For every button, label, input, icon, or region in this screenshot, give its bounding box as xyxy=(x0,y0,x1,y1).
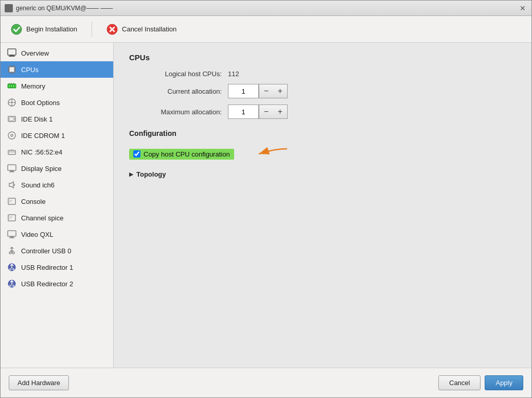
svg-rect-43 xyxy=(13,151,14,152)
sidebar-item-label-memory: Memory xyxy=(21,82,45,90)
toolbar-separator xyxy=(92,22,92,37)
svg-point-39 xyxy=(11,134,13,136)
svg-rect-52 xyxy=(8,215,15,221)
cancel-installation-button[interactable]: Cancel Installation xyxy=(102,22,181,37)
display-spice-icon xyxy=(7,163,17,174)
sidebar-item-controller-usb-0[interactable]: Controller USB 0 xyxy=(1,243,113,259)
current-allocation-input[interactable] xyxy=(228,84,259,98)
current-allocation-decrement[interactable]: − xyxy=(259,84,273,98)
svg-rect-41 xyxy=(9,151,10,152)
sidebar-item-ide-disk-1[interactable]: IDE Disk 1 xyxy=(1,111,113,127)
svg-rect-46 xyxy=(10,170,13,171)
svg-rect-4 xyxy=(8,49,16,55)
bottom-bar: Add Hardware Cancel Apply xyxy=(1,368,531,397)
annotation-arrow xyxy=(243,144,290,164)
copy-host-cpu-highlight: Copy host CPU configuration xyxy=(129,149,234,160)
svg-rect-49 xyxy=(8,198,15,204)
svg-rect-55 xyxy=(8,231,16,236)
main-window: generic on QEMU/KVM@—— —— ✕ Begin Instal… xyxy=(0,0,532,398)
current-allocation-row: Current allocation: − + xyxy=(129,84,516,98)
cancel-installation-icon xyxy=(107,24,118,35)
cancel-installation-label: Cancel Installation xyxy=(122,25,176,33)
bottom-right-buttons: Cancel Apply xyxy=(438,375,523,390)
cpus-icon xyxy=(7,64,17,75)
ide-cdrom-icon xyxy=(7,130,17,141)
svg-point-30 xyxy=(11,101,13,103)
copy-host-cpu-row: Copy host CPU configuration xyxy=(129,144,516,164)
sidebar-item-console[interactable]: Console xyxy=(1,193,113,210)
svg-rect-57 xyxy=(9,237,14,238)
close-button[interactable]: ✕ xyxy=(518,4,527,13)
sidebar-item-label-usb-redirector-2: USB Redirector 2 xyxy=(21,280,73,288)
configuration-section: Configuration Copy host CPU configuratio… xyxy=(129,129,516,178)
sidebar-item-channel-spice[interactable]: Channel spice xyxy=(1,210,113,226)
svg-point-37 xyxy=(13,118,15,120)
titlebar-left: generic on QEMU/KVM@—— —— xyxy=(5,4,113,12)
sidebar-item-label-console: Console xyxy=(21,198,46,205)
sidebar-item-usb-redirector-2[interactable]: USB Redirector 2 xyxy=(1,275,113,292)
svg-marker-48 xyxy=(9,182,13,188)
memory-icon xyxy=(7,81,17,91)
svg-point-0 xyxy=(11,24,22,34)
svg-rect-56 xyxy=(10,236,13,237)
content-section-title: CPUs xyxy=(129,53,516,62)
video-qxl-icon xyxy=(7,229,17,239)
logical-host-cpus-row: Logical host CPUs: 112 xyxy=(129,70,516,78)
sidebar-item-overview[interactable]: Overview xyxy=(1,45,113,61)
titlebar: generic on QEMU/KVM@—— —— ✕ xyxy=(1,1,531,16)
add-hardware-button[interactable]: Add Hardware xyxy=(9,375,69,390)
sidebar-item-label-channel-spice: Channel spice xyxy=(21,214,63,222)
sidebar-item-video-qxl[interactable]: Video QXL xyxy=(1,226,113,243)
overview-icon xyxy=(7,48,17,58)
sidebar-item-display-spice[interactable]: Display Spice xyxy=(1,160,113,177)
sidebar-item-label-cpus: CPUs xyxy=(21,66,39,74)
cancel-button[interactable]: Cancel xyxy=(438,375,481,390)
sidebar: Overview xyxy=(1,43,114,368)
channel-spice-icon xyxy=(7,213,17,223)
sidebar-item-label-ide-disk-1: IDE Disk 1 xyxy=(21,115,52,123)
sidebar-item-label-nic: NIC :56:52:e4 xyxy=(21,148,62,156)
topology-row[interactable]: ▶ Topology xyxy=(129,170,516,178)
ide-disk-icon xyxy=(7,114,17,124)
current-allocation-increment[interactable]: + xyxy=(273,84,288,98)
maximum-allocation-increment[interactable]: + xyxy=(273,105,288,119)
content-area: CPUs Logical host CPUs: 112 Current allo… xyxy=(114,43,531,368)
usb-redirector-2-icon xyxy=(7,279,17,289)
controller-usb-0-icon xyxy=(7,246,17,256)
sidebar-item-memory[interactable]: Memory xyxy=(1,78,113,94)
sidebar-item-label-video-qxl: Video QXL xyxy=(21,231,54,238)
sidebar-item-label-controller-usb-0: Controller USB 0 xyxy=(21,247,72,255)
sidebar-item-usb-redirector-1[interactable]: USB Redirector 1 xyxy=(1,259,113,275)
sidebar-item-label-ide-cdrom-1: IDE CDROM 1 xyxy=(21,132,65,140)
begin-installation-label: Begin Installation xyxy=(26,25,77,33)
sound-ich6-icon xyxy=(7,180,17,190)
sidebar-item-label-overview: Overview xyxy=(21,49,49,57)
sidebar-item-sound-ich6[interactable]: Sound ich6 xyxy=(1,177,113,193)
window-title: generic on QEMU/KVM@—— —— xyxy=(16,5,113,12)
current-allocation-spinner: − + xyxy=(228,84,288,98)
sidebar-item-cpus[interactable]: CPUs xyxy=(1,61,113,78)
main-content: Overview xyxy=(1,43,531,368)
current-allocation-label: Current allocation: xyxy=(129,88,222,95)
copy-host-cpu-checkbox[interactable] xyxy=(133,150,140,158)
svg-rect-24 xyxy=(13,85,14,87)
maximum-allocation-decrement[interactable]: − xyxy=(259,105,273,119)
begin-installation-button[interactable]: Begin Installation xyxy=(7,22,81,37)
boot-options-icon xyxy=(7,97,17,108)
svg-rect-8 xyxy=(10,67,14,72)
svg-point-38 xyxy=(8,132,15,139)
svg-rect-6 xyxy=(10,55,13,56)
sidebar-item-nic[interactable]: NIC :56:52:e4 xyxy=(1,144,113,160)
sidebar-item-ide-cdrom-1[interactable]: IDE CDROM 1 xyxy=(1,127,113,144)
sidebar-item-boot-options[interactable]: Boot Options xyxy=(1,94,113,111)
sidebar-item-label-boot-options: Boot Options xyxy=(21,99,60,107)
nic-icon xyxy=(7,147,17,157)
svg-rect-45 xyxy=(8,165,16,170)
topology-expand-icon: ▶ xyxy=(129,171,133,178)
apply-button[interactable]: Apply xyxy=(485,375,523,390)
svg-rect-5 xyxy=(9,56,15,57)
maximum-allocation-input[interactable] xyxy=(228,105,259,119)
svg-rect-42 xyxy=(11,151,12,152)
copy-host-cpu-label: Copy host CPU configuration xyxy=(144,150,230,158)
maximum-allocation-spinner: − + xyxy=(228,105,288,119)
